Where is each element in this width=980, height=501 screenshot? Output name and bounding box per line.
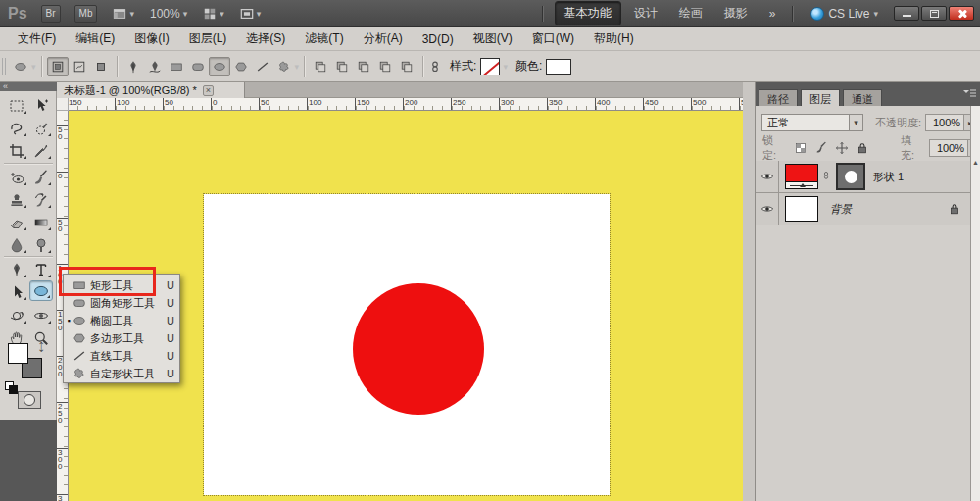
paths-mode-button[interactable] [69,57,90,76]
tool-rectangular-marquee[interactable] [5,95,28,116]
pen-tool-button[interactable] [122,57,144,76]
foreground-color-swatch[interactable] [8,343,28,364]
menu-file[interactable]: 文件(F) [8,27,66,50]
tool-healing-brush[interactable] [5,167,28,187]
layer-thumbnail-red[interactable] [785,164,818,189]
tab-channels[interactable]: 通道 [843,89,882,106]
lock-transparent-button[interactable] [794,141,808,155]
freeform-pen-tool-button[interactable] [144,57,166,76]
layer-row-background[interactable]: 背景 [756,193,971,225]
path-op-new-button[interactable] [310,57,331,76]
screen-mode-button[interactable]: ▾ [240,7,262,21]
workspace-tab-design[interactable]: 设计 [625,2,666,25]
workspace-tab-photography[interactable]: 摄影 [715,2,757,25]
shape-layers-mode-button[interactable] [47,57,69,76]
layer-thumbnail-white[interactable] [785,196,818,222]
tool-quick-selection[interactable] [29,118,53,138]
document-close-icon[interactable]: × [203,85,214,96]
menu-filter[interactable]: 滤镜(T) [295,27,353,50]
visibility-toggle[interactable] [756,161,779,193]
cs-live-button[interactable]: CS Live ▾ [810,7,878,21]
default-colors-icon[interactable] [5,381,14,390]
tool-3d-rotate[interactable] [5,305,28,326]
tool-preset-picker[interactable] [10,57,31,76]
tool-dodge[interactable] [29,234,53,255]
shape-color-swatch[interactable] [546,59,571,75]
restore-button[interactable] [921,6,947,21]
tool-brush[interactable] [29,167,53,187]
flyout-item-custom-shape[interactable]: 自定形状工具 U [65,365,178,382]
tool-ellipse-shape[interactable] [29,280,53,301]
path-op-subtract-button[interactable] [353,57,374,76]
flyout-item-line[interactable]: 直线工具 U [65,347,178,365]
tool-path-selection[interactable] [5,281,28,302]
layer-row-shape1[interactable]: 形状 1 [756,161,971,193]
tool-move[interactable] [29,95,53,116]
close-button[interactable] [949,6,974,21]
polygon-icon [234,60,248,74]
visibility-toggle[interactable] [756,193,779,225]
vector-mask-thumbnail[interactable] [836,163,865,190]
tool-gradient[interactable] [29,212,53,232]
tool-clone-stamp[interactable] [5,189,28,210]
arrange-documents-button[interactable]: ▾ [203,7,224,21]
tab-layers[interactable]: 图层 [801,89,840,106]
link-icon [821,169,831,185]
lock-all-button[interactable] [856,141,869,155]
mini-bridge-button[interactable]: Mb [74,5,98,23]
workspace-overflow-button[interactable]: » [760,4,785,24]
style-swatch[interactable] [480,58,500,75]
polygon-tool-button[interactable] [230,57,252,76]
tools-panel-collapse[interactable]: « [0,82,57,91]
document-tab[interactable]: 未标题-1 @ 100%(RGB/8) * × [57,82,245,98]
tool-3d-orbit[interactable] [29,305,53,326]
tool-history-brush[interactable] [29,189,53,210]
gradient-icon [33,215,49,230]
tool-type[interactable] [29,259,53,279]
line-tool-button[interactable] [252,57,273,76]
menu-view[interactable]: 视图(V) [464,27,522,50]
menu-select[interactable]: 选择(S) [236,27,295,50]
menu-help[interactable]: 帮助(H) [584,27,644,50]
workspace-tab-essentials[interactable]: 基本功能 [555,1,621,25]
flyout-item-polygon[interactable]: 多边形工具 U [65,329,178,347]
path-op-intersect-button[interactable] [374,57,396,76]
panel-scrollbar[interactable]: ▲ [970,106,980,501]
menu-window[interactable]: 窗口(W) [522,27,584,50]
quick-mask-button[interactable] [18,391,41,409]
view-extras-button[interactable]: ▾ [113,7,134,21]
blend-mode-select[interactable]: 正常 ▾ [761,114,863,131]
drag-grip[interactable] [2,58,6,75]
tool-blur[interactable] [5,234,28,255]
opacity-value[interactable]: 100% [925,114,964,131]
lock-position-button[interactable] [835,141,849,155]
divider [4,256,53,257]
tool-eyedropper[interactable] [29,140,53,161]
tool-lasso[interactable] [5,118,28,138]
menu-analysis[interactable]: 分析(A) [354,27,413,50]
panel-menu-icon[interactable] [961,88,977,100]
menu-edit[interactable]: 编辑(E) [66,27,124,50]
path-op-exclude-button[interactable] [396,57,417,76]
custom-shape-tool-button[interactable] [273,57,295,76]
fill-pixels-mode-button[interactable] [90,57,112,76]
flyout-item-rounded-rectangle[interactable]: 圆角矩形工具 U [65,294,178,312]
rectangle-tool-button[interactable] [166,57,187,76]
ellipse-tool-button[interactable] [209,57,230,76]
menu-image[interactable]: 图像(I) [124,27,178,50]
lock-paint-button[interactable] [814,141,828,155]
zoom-level-button[interactable]: 100% ▾ [150,7,187,21]
tab-paths[interactable]: 路径 [759,89,798,106]
path-op-add-button[interactable] [331,57,353,76]
menu-layer[interactable]: 图层(L) [179,27,237,50]
flyout-item-ellipse[interactable]: ▪ 椭圆工具 U [65,312,178,329]
tool-crop[interactable] [5,140,28,161]
tool-eraser[interactable] [5,212,28,232]
fill-value[interactable]: 100% [929,139,968,157]
tool-pen[interactable] [5,259,28,279]
minimize-button[interactable] [894,6,919,21]
bridge-button[interactable]: Br [41,5,61,23]
workspace-tab-painting[interactable]: 绘画 [670,2,711,25]
menu-3d[interactable]: 3D(D) [413,29,464,49]
rounded-rectangle-tool-button[interactable] [187,57,209,76]
